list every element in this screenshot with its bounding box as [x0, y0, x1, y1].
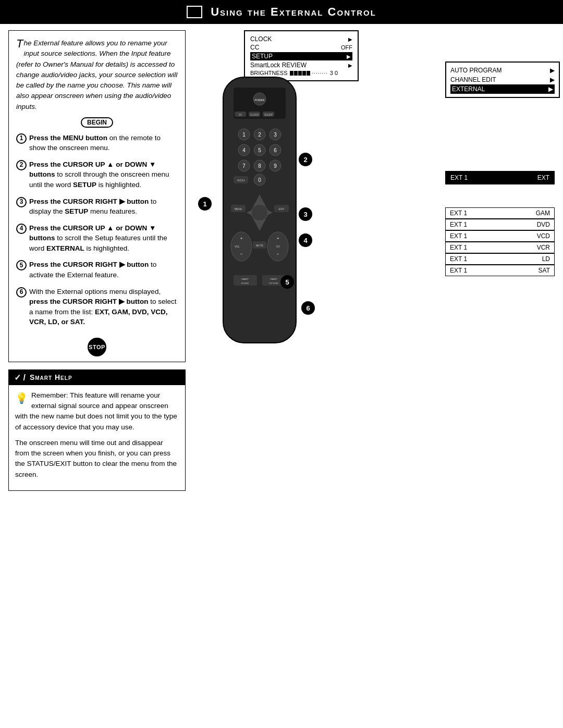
ext-row-ld: EXT 1 LD — [445, 253, 555, 265]
step-indicator-1: 1 — [198, 197, 212, 211]
svg-text:CH: CH — [276, 245, 280, 248]
tv-setup-menu: AUTO PROGRAM ▶ CHANNEL EDIT ▶ EXTERNAL ▶ — [445, 61, 560, 98]
ext-main-label: EXT 1 — [450, 174, 468, 181]
remote-area: POWER CC CLOCK SLEEP 1 2 3 4 — [197, 72, 322, 355]
step-2-bold2: SETUP — [73, 181, 96, 189]
step-1-num: 1 — [16, 133, 27, 144]
step-4-bold1: Press the CURSOR UP ▲ or DOWN ▼ buttons — [29, 224, 156, 242]
step-3-bold2: SETUP — [65, 207, 88, 215]
smart-help-header: ✓ / Smart Help — [9, 370, 185, 385]
smart-help-para2: The onscreen menu will time out and disa… — [15, 438, 179, 480]
step-1: 1 Press the MENU button on the remote to… — [16, 133, 178, 153]
tv-row-cc: CC OFF — [250, 44, 352, 51]
stop-badge: STOP — [88, 338, 106, 356]
step-4-bold2: EXTERNAL — [46, 244, 84, 252]
svg-text:9: 9 — [274, 163, 277, 169]
svg-text:PICTURE: PICTURE — [269, 282, 278, 285]
svg-text:2: 2 — [258, 132, 261, 138]
left-column: T he External feature allows you to rena… — [8, 30, 186, 716]
svg-text:8: 8 — [258, 163, 261, 169]
step-6: 6 With the External options menu display… — [16, 287, 178, 327]
step-1-text: Press the MENU button on the remote to s… — [29, 133, 178, 153]
step-6-bold2: EXT, GAM, DVD, VCD, VCR, LD, or SAT. — [29, 308, 168, 326]
svg-text:+: + — [277, 236, 279, 241]
svg-text:SMART: SMART — [241, 278, 249, 280]
intro-text: T he External feature allows you to rena… — [16, 38, 178, 112]
smart-help-content: 💡 Remember: This feature will rename you… — [9, 385, 185, 490]
svg-text:SMART: SMART — [270, 278, 277, 280]
step-1-bold1: Press the MENU button — [29, 134, 107, 142]
tv-row-smartlock: SmartLock REVIEW ▶ — [250, 61, 352, 69]
smart-help-icon: ✓ / — [14, 373, 26, 382]
step-5-text: Press the CURSOR RIGHT ▶ button to activ… — [29, 260, 178, 280]
main-content: T he External feature allows you to rena… — [0, 24, 563, 722]
step-indicator-5: 5 — [280, 275, 294, 289]
ext-list-area: EXT 1 GAM EXT 1 DVD EXT 1 VCD EXT 1 VCR … — [445, 207, 555, 276]
svg-text:SOUND: SOUND — [241, 282, 249, 285]
svg-text:CC: CC — [238, 113, 242, 116]
step-6-bold1: press the CURSOR RIGHT ▶ button — [29, 298, 149, 305]
step-4-text: Press the CURSOR UP ▲ or DOWN ▼ buttons … — [29, 223, 178, 254]
bulb-icon: 💡 — [15, 390, 28, 406]
tv-setup-menu-area: AUTO PROGRAM ▶ CHANNEL EDIT ▶ EXTERNAL ▶ — [445, 61, 555, 98]
ext-row-gam: EXT 1 GAM — [445, 207, 555, 219]
svg-text:7: 7 — [242, 163, 246, 169]
tv-row-setup: SETUP ▶ — [250, 52, 352, 60]
step-3-text: Press the CURSOR RIGHT ▶ button to displ… — [29, 196, 178, 217]
svg-text:+: + — [240, 236, 243, 241]
svg-text:−: − — [277, 252, 279, 256]
tv-row-clock: CLOCK ▶ — [250, 35, 352, 43]
step-2-text: Press the CURSOR UP ▲ or DOWN ▼ buttons … — [29, 159, 178, 190]
step-3: 3 Press the CURSOR RIGHT ▶ button to dis… — [16, 196, 178, 217]
step-indicator-2: 2 — [299, 153, 312, 166]
svg-text:VOL: VOL — [235, 245, 240, 248]
step-5-num: 5 — [16, 260, 27, 270]
page-title: Using the External Control — [211, 5, 376, 19]
smart-help-para1: 💡 Remember: This feature will rename you… — [15, 390, 179, 433]
step-indicator-3: 3 — [299, 207, 312, 221]
begin-badge: BEGIN — [81, 117, 113, 128]
ext-main-area: EXT 1 EXT — [445, 171, 555, 190]
step-indicator-4: 4 — [299, 233, 312, 247]
step-3-num: 3 — [16, 197, 27, 207]
tv-setup-row-channeledit: CHANNEL EDIT ▶ — [450, 75, 555, 84]
svg-text:A/CH: A/CH — [237, 179, 244, 182]
svg-text:5: 5 — [258, 147, 261, 153]
header-box — [187, 6, 202, 18]
svg-point-36 — [251, 204, 268, 221]
svg-text:6: 6 — [274, 147, 277, 153]
smart-help-title: Smart Help — [30, 373, 72, 381]
svg-text:MENU: MENU — [235, 207, 242, 211]
step-5-bold1: Press the CURSOR RIGHT ▶ button — [29, 261, 149, 268]
step-2-num: 2 — [16, 160, 27, 170]
intro-body: he External feature allows you to rename… — [16, 39, 177, 110]
step-5: 5 Press the CURSOR RIGHT ▶ button to act… — [16, 260, 178, 280]
page-header: Using the External Control — [0, 0, 563, 24]
svg-text:EXIT: EXIT — [278, 207, 284, 211]
svg-text:POWER: POWER — [255, 98, 265, 102]
step-4-num: 4 — [16, 224, 27, 234]
step-indicator-6: 6 — [301, 301, 315, 315]
smart-help-box: ✓ / Smart Help 💡 Remember: This feature … — [8, 369, 186, 491]
smart-help-para1-text: Remember: This feature will rename your … — [15, 391, 177, 431]
svg-text:0: 0 — [258, 177, 261, 183]
ext-row-vcd: EXT 1 VCD — [445, 230, 555, 242]
ext-main-value: EXT — [537, 174, 549, 181]
right-inner: CLOCK ▶ CC OFF SETUP ▶ SmartL — [192, 30, 555, 499]
svg-text:1: 1 — [242, 132, 246, 138]
ext-row-sat: EXT 1 SAT — [445, 265, 555, 276]
svg-text:CLOCK: CLOCK — [250, 113, 259, 116]
step-2: 2 Press the CURSOR UP ▲ or DOWN ▼ button… — [16, 159, 178, 190]
right-column: CLOCK ▶ CC OFF SETUP ▶ SmartL — [192, 30, 555, 716]
intro-box: T he External feature allows you to rena… — [8, 30, 186, 362]
tv-setup-row-external: EXTERNAL ▶ — [450, 84, 555, 94]
step-2-bold1: Press the CURSOR UP ▲ or DOWN ▼ buttons — [29, 161, 156, 179]
ext-row-vcr: EXT 1 VCR — [445, 242, 555, 253]
step-6-num: 6 — [16, 287, 27, 298]
ext-row-dvd: EXT 1 DVD — [445, 219, 555, 230]
svg-text:3: 3 — [274, 132, 277, 138]
intro-first-letter: T — [16, 38, 23, 50]
ext-main-box: EXT 1 EXT — [445, 171, 555, 184]
svg-text:4: 4 — [242, 147, 246, 153]
tv-setup-row-autoprog: AUTO PROGRAM ▶ — [450, 66, 555, 75]
